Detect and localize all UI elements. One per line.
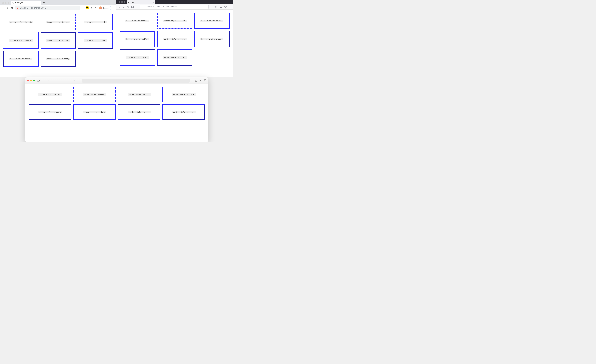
reload-icon[interactable] [186,80,188,81]
sidebar-toggle-icon[interactable] [37,79,40,82]
safari-urlbar[interactable] [82,79,190,82]
kebab-menu-icon[interactable]: ⋮ [113,7,115,9]
code-label: border-style: solid; [201,20,224,22]
sidebar-icon[interactable] [219,5,222,8]
js-extension-icon[interactable]: JS [86,7,89,9]
demo-box-dashed: border-style: dashed; [157,13,192,29]
reload-button[interactable] [127,5,130,8]
firefox-toolbar: Search with Google or enter address ≡ [117,4,233,10]
demo-box-groove: border-style: groove; [29,104,71,120]
safari-right-icons [195,79,206,82]
demo-box-solid: border-style: solid; [194,13,230,29]
google-g-icon: G [17,7,19,9]
code-label: border-style: dashed; [82,93,107,96]
demo-box-outset: border-style: outset; [41,51,76,67]
close-tab-icon[interactable]: × [153,1,154,3]
svg-rect-5 [37,80,40,81]
demo-box-dotted: border-style: dotted; [3,14,39,30]
back-button[interactable] [118,5,121,8]
profile-chip[interactable]: Paused [98,6,111,10]
demo-box-groove: border-style: groove; [41,32,76,49]
chrome-browser-window: Prototype × + G Search Google or type a … [0,0,117,77]
window-maximize-dot[interactable] [8,2,9,4]
window-maximize-dot[interactable] [124,1,125,3]
tabs-overview-icon[interactable] [204,79,206,82]
code-label: border-style: dotted; [9,21,33,23]
shield-icon[interactable] [73,79,77,82]
avatar-icon [99,7,102,9]
window-minimize-dot[interactable] [5,2,7,4]
window-minimize-dot[interactable] [121,1,123,3]
home-button[interactable] [131,5,134,8]
chrome-tabbar: Prototype × + [0,0,116,5]
code-label: border-style: groove; [38,111,62,113]
demo-box-outset: border-style: outset; [162,104,205,120]
svg-point-4 [226,6,227,6]
code-label: border-style: outset; [163,56,187,59]
library-icon[interactable] [215,5,218,8]
chrome-tab-active[interactable]: Prototype × [11,1,41,5]
safari-toolbar [25,77,208,84]
firefox-urlbar[interactable]: Search with Google or enter address [140,5,209,9]
tab-title: Prototype [15,2,23,4]
share-icon[interactable] [195,79,197,82]
safari-page-content: border-style: dotted; border-style: dash… [25,84,208,123]
code-label: border-style: ridge; [201,38,224,40]
demo-box-groove: border-style: groove; [157,31,192,47]
demo-box-dotted: border-style: dotted; [29,87,71,102]
forward-button[interactable] [6,6,9,10]
window-controls [117,0,127,4]
demo-box-double: border-style: double; [162,87,205,102]
info-icon[interactable]: i [82,7,84,9]
code-label: border-style: inset; [126,56,149,59]
code-label: border-style: double; [126,38,149,40]
chrome-omnibox[interactable]: G Search Google or type a URL [15,6,80,10]
extensions-puzzle-icon[interactable]: ✦ [90,7,93,9]
code-label: border-style: double; [9,39,33,42]
demo-box-double: border-style: double; [120,31,155,47]
close-tab-icon[interactable]: × [38,2,40,4]
code-label: border-style: groove; [46,39,70,42]
forward-button[interactable] [122,5,126,8]
code-label: border-style: dotted; [38,93,62,96]
globe-icon [12,2,14,4]
new-tab-button[interactable]: + [155,0,159,4]
back-button[interactable] [1,6,5,10]
window-close-dot[interactable] [119,1,120,3]
new-tab-icon[interactable] [199,79,202,82]
code-label: border-style: solid; [84,21,107,23]
firefox-page-content: border-style: dotted; border-style: dash… [117,10,233,68]
demo-box-dashed: border-style: dashed; [73,87,116,102]
firefox-browser-window: Prototype × + Search with Google or ente… [117,0,233,77]
search-icon [142,6,144,8]
account-icon[interactable] [224,5,227,8]
code-label: border-style: dashed; [163,20,187,22]
demo-box-ridge: border-style: ridge; [73,104,116,120]
profile-label: Paused [103,7,110,9]
reading-list-icon[interactable]: ≡ [94,7,97,9]
window-controls [1,1,11,5]
hamburger-menu-icon[interactable]: ≡ [229,5,232,8]
window-minimize-dot[interactable] [30,80,32,81]
window-close-dot[interactable] [27,80,29,81]
firefox-tabbar: Prototype × + [117,0,233,4]
firefox-right-icons: ≡ [215,5,232,8]
new-tab-button[interactable]: + [42,1,46,5]
window-controls [27,80,35,81]
firefox-tab-active[interactable]: Prototype × [127,0,155,4]
tab-title: Prototype [128,1,136,3]
urlbar-placeholder: Search with Google or enter address [145,6,177,8]
window-close-dot[interactable] [2,2,4,4]
code-label: border-style: inset; [128,111,151,113]
forward-button[interactable] [47,79,50,82]
window-maximize-dot[interactable] [33,80,35,81]
code-label: border-style: dashed; [46,21,70,23]
demo-box-dashed: border-style: dashed; [41,14,76,30]
demo-box-inset: border-style: inset; [3,51,39,67]
code-label: border-style: dotted; [126,20,149,22]
code-label: border-style: double; [172,93,196,96]
reload-button[interactable] [11,7,14,9]
back-button[interactable] [42,79,45,82]
code-label: border-style: outset; [172,111,196,113]
demo-box-solid: border-style: solid; [78,14,113,30]
